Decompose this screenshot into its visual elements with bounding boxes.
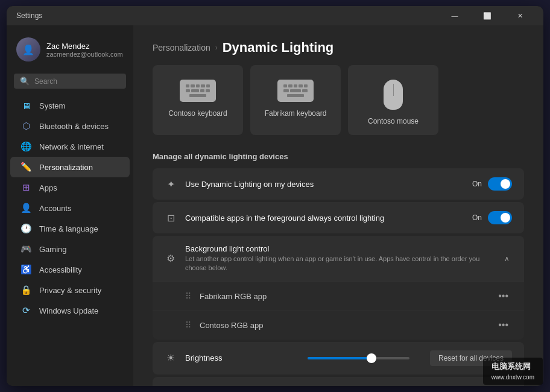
settings-row-content: Use Dynamic Lighting on my devices [185, 180, 464, 189]
search-icon: 🔍 [20, 77, 30, 86]
sidebar-item-label: Time & language [39, 224, 98, 233]
mouse-icon [384, 80, 403, 110]
sidebar-item-label: Privacy & security [39, 286, 101, 295]
sidebar-item-label: System [39, 101, 65, 110]
settings-row-right: ∧ [502, 252, 512, 265]
window-title: Settings [16, 11, 441, 20]
settings-row-content: Background light control Let another app… [185, 244, 493, 273]
sub-row-title: Contoso RGB app [200, 321, 486, 330]
sidebar-item-accounts[interactable]: 👤 Accounts [10, 198, 130, 218]
apps-icon: ⊞ [20, 182, 32, 193]
breadcrumb-parent[interactable]: Personalization [153, 43, 210, 52]
keyboard2-icon [277, 80, 314, 102]
minimize-button[interactable]: — [441, 6, 469, 25]
effects-title: Effects [185, 385, 422, 386]
expand-chevron-icon[interactable]: ∧ [502, 252, 512, 265]
sidebar-item-label: Gaming [39, 245, 67, 254]
breadcrumb: Personalization › Dynamic Lighting [153, 25, 524, 65]
settings-row-dynamic-lighting[interactable]: ✦ Use Dynamic Lighting on my devices On [153, 168, 524, 200]
more-options-button[interactable]: ••• [495, 289, 512, 303]
gaming-icon: 🎮 [20, 244, 32, 254]
compatible-apps-icon: ⊡ [165, 212, 177, 224]
sidebar-item-accessibility[interactable]: ♿ Accessibility [10, 259, 130, 280]
devices-row: Contoso keyboard [153, 65, 524, 135]
profile-info: Zac Mendez zacmendez@outlook.com [46, 42, 123, 58]
breadcrumb-current: Dynamic Lighting [223, 40, 334, 55]
device-card-contoso-mouse[interactable]: Contoso mouse [348, 65, 438, 135]
sidebar-item-label: Personalization [39, 163, 93, 172]
main-content: Personalization › Dynamic Lighting [133, 25, 543, 386]
sub-row-fabrikam: ⠿ Fabrikam RGB app ••• [153, 282, 524, 311]
maximize-button[interactable]: ⬜ [473, 6, 501, 25]
drag-handle-icon[interactable]: ⠿ [185, 320, 191, 330]
system-icon: 🖥 [20, 101, 32, 111]
settings-row-right: On [472, 177, 512, 191]
personalization-icon: ✏️ [20, 162, 32, 172]
brightness-slider-fill [308, 357, 368, 359]
device-name: Contoso keyboard [168, 109, 227, 118]
settings-row-background-light[interactable]: ⚙ Background light control Let another a… [153, 236, 524, 282]
settings-row-title: Background light control [185, 244, 493, 253]
settings-row-brightness: ☀ Brightness Reset for all devices [153, 342, 524, 375]
brightness-title: Brightness [185, 353, 287, 362]
accessibility-icon: ♿ [20, 264, 32, 275]
search-input[interactable] [34, 77, 125, 86]
settings-row-content: Compatible apps in the foreground always… [185, 213, 464, 223]
section-heading: Manage all dynamic lighting devices [153, 152, 524, 161]
sub-row-title: Fabrikam RGB app [200, 292, 486, 301]
dynamic-lighting-toggle[interactable] [488, 177, 512, 191]
toggle-label: On [472, 213, 482, 222]
settings-row-title: Compatible apps in the foreground always… [185, 213, 464, 223]
sidebar-item-apps[interactable]: ⊞ Apps [10, 177, 130, 198]
drag-handle-icon[interactable]: ⠿ [185, 291, 191, 301]
sidebar-item-label: Apps [39, 183, 57, 192]
device-card-contoso-keyboard[interactable]: Contoso keyboard [153, 65, 243, 135]
dynamic-lighting-icon: ✦ [165, 179, 177, 190]
brightness-icon: ☀ [165, 352, 177, 364]
network-icon: 🌐 [20, 141, 32, 152]
profile-email: zacmendez@outlook.com [46, 51, 123, 58]
device-card-fabrikam-keyboard[interactable]: Fabrikam keyboard [250, 65, 341, 135]
keyboard-icon [180, 80, 216, 102]
compatible-apps-toggle[interactable] [488, 211, 512, 224]
bluetooth-icon: ⬡ [20, 121, 32, 131]
sidebar-item-update[interactable]: ⟳ Windows Update [10, 300, 130, 321]
toggle-label: On [472, 180, 482, 188]
brightness-slider-track[interactable] [308, 357, 409, 359]
background-light-icon: ⚙ [165, 253, 177, 264]
settings-row-content: Effects Choose color themes and effects … [185, 385, 422, 386]
sidebar-item-label: Accounts [39, 204, 71, 213]
accounts-icon: 👤 [20, 203, 32, 213]
profile-name: Zac Mendez [46, 42, 123, 51]
sidebar-item-label: Accessibility [39, 265, 82, 274]
time-icon: 🕐 [20, 223, 32, 234]
sidebar-item-time[interactable]: 🕐 Time & language [10, 218, 130, 239]
window-controls: — ⬜ ✕ [441, 6, 534, 25]
sidebar-profile[interactable]: 👤 Zac Mendez zacmendez@outlook.com [7, 30, 133, 69]
settings-row-compatible-apps[interactable]: ⊡ Compatible apps in the foreground alwa… [153, 202, 524, 233]
sidebar-item-privacy[interactable]: 🔒 Privacy & security [10, 280, 130, 300]
close-button[interactable]: ✕ [506, 6, 534, 25]
watermark: 电脑系统网www.dnxtw.com [483, 358, 543, 385]
sidebar-item-system[interactable]: 🖥 System [10, 96, 130, 116]
sidebar-item-network[interactable]: 🌐 Network & internet [10, 136, 130, 157]
settings-list: ✦ Use Dynamic Lighting on my devices On … [153, 168, 524, 386]
privacy-icon: 🔒 [20, 285, 32, 296]
more-options-button[interactable]: ••• [495, 318, 512, 332]
sidebar-item-label: Network & internet [39, 142, 104, 151]
sidebar: 👤 Zac Mendez zacmendez@outlook.com 🔍 🖥 S… [7, 25, 133, 386]
sub-row-contoso: ⠿ Contoso RGB app ••• [153, 311, 524, 340]
device-name: Contoso mouse [368, 117, 419, 125]
sidebar-item-personalization[interactable]: ✏️ Personalization [10, 157, 130, 177]
settings-row-title: Use Dynamic Lighting on my devices [185, 180, 464, 189]
settings-row-content: Brightness [185, 353, 287, 362]
brightness-slider-area [296, 357, 422, 359]
device-name: Fabrikam keyboard [265, 109, 327, 118]
search-box[interactable]: 🔍 [14, 74, 126, 89]
sidebar-item-gaming[interactable]: 🎮 Gaming [10, 239, 130, 259]
settings-row-effects[interactable]: ✏ Effects Choose color themes and effect… [153, 377, 524, 386]
sidebar-item-label: Bluetooth & devices [39, 122, 109, 131]
brightness-slider-thumb[interactable] [367, 353, 376, 363]
sidebar-item-bluetooth[interactable]: ⬡ Bluetooth & devices [10, 116, 130, 136]
settings-row-desc: Let another app control lighting when an… [185, 254, 493, 273]
